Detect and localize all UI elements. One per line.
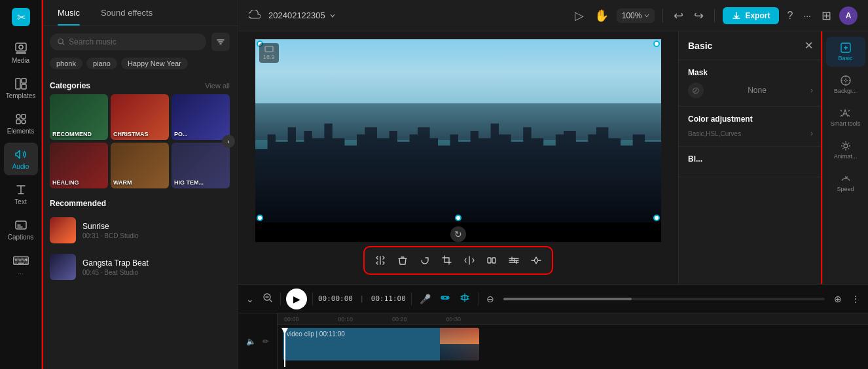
svg-rect-6: [22, 79, 26, 83]
crop-button[interactable]: [437, 251, 458, 270]
video-container: 16:9 ⊡ ⊟ ⟳ ⊞ ···: [255, 39, 661, 242]
sidebar-item-text[interactable]: Text: [4, 178, 38, 211]
tag-piano[interactable]: piano: [86, 58, 117, 69]
delete-button[interactable]: [392, 251, 413, 270]
sidebar-more-label: ···: [18, 270, 23, 277]
svg-rect-15: [488, 258, 491, 263]
color-adjustment-desc: Basic,HSL,Curves: [688, 130, 741, 137]
right-icon-basic[interactable]: Basic: [826, 37, 865, 67]
time-marker-3: 00:30: [446, 316, 461, 323]
track-volume-button[interactable]: 🔈: [245, 336, 257, 347]
blend-title: Bl...: [688, 154, 813, 164]
export-button[interactable]: Export: [723, 7, 779, 24]
avatar[interactable]: A: [839, 7, 858, 25]
track-edit-button[interactable]: ✏: [261, 336, 270, 347]
category-healing[interactable]: HEALING: [50, 143, 108, 188]
zoom-control[interactable]: 100%: [617, 9, 655, 23]
category-pop[interactable]: PO...: [172, 94, 230, 140]
sidebar-item-captions[interactable]: Captions: [4, 213, 38, 246]
video-frame: [255, 39, 661, 222]
zoom-slider[interactable]: [503, 298, 825, 300]
redo-button[interactable]: ↪: [691, 6, 706, 26]
smart-clip-button[interactable]: [437, 290, 453, 308]
crop-handle-bottom-right[interactable]: [653, 215, 660, 221]
sidebar-item-media[interactable]: Media: [4, 37, 38, 69]
rotate-button[interactable]: [414, 251, 435, 270]
timeline-zoom-out-button[interactable]: [261, 290, 275, 307]
category-hightemp[interactable]: HIG TEM...: [172, 143, 230, 188]
svg-point-11: [22, 120, 26, 124]
rotate-reset-button[interactable]: ↻: [450, 226, 466, 242]
sidebar-elements-label: Elements: [7, 128, 35, 135]
track-item-gangsta[interactable]: Gangsta Trap Beat 00:45 · Beat Studio: [42, 249, 238, 285]
crop-handle-bottom-center[interactable]: [455, 215, 461, 221]
recommended-title: Recommended: [50, 199, 106, 208]
playhead[interactable]: [284, 328, 285, 367]
category-warm[interactable]: WARM: [111, 143, 169, 188]
tab-music[interactable]: Music: [47, 0, 90, 26]
sidebar-item-elements[interactable]: Elements: [4, 107, 38, 140]
track-item-sunrise[interactable]: Sunrise 00:31 · BCD Studio: [42, 212, 238, 249]
category-recommend[interactable]: RECOMMEND: [50, 94, 108, 140]
app-logo[interactable]: ✂: [9, 5, 33, 29]
play-button[interactable]: ▶: [286, 289, 307, 309]
video-track[interactable]: video clip | 00:11:00: [283, 328, 479, 360]
tag-phonk[interactable]: phonk: [50, 58, 82, 69]
split-button[interactable]: [370, 251, 391, 270]
tag-happynewyear[interactable]: Happy New Year: [121, 58, 188, 69]
mirror-button[interactable]: [481, 251, 502, 270]
blend-section[interactable]: Bl...: [679, 147, 822, 177]
keyframe-button[interactable]: [526, 251, 547, 270]
timeline-zoom-plus[interactable]: ⊕: [831, 291, 844, 307]
sidebar-item-audio[interactable]: Audio: [4, 143, 38, 175]
timeline-zoom-minus[interactable]: ⊖: [484, 291, 497, 307]
svg-rect-14: [265, 46, 273, 52]
right-icon-smart-tools[interactable]: Smart tools: [826, 102, 865, 132]
sidebar-item-more[interactable]: ⌨ ···: [4, 249, 38, 283]
category-christmas-label: CHRISTMAS: [113, 131, 149, 137]
color-arrow-icon: ›: [810, 129, 813, 138]
content-area: 16:9 ⊡ ⊟ ⟳ ⊞ ···: [238, 31, 868, 284]
track-thumb-sunrise: [50, 217, 76, 243]
right-icon-speed[interactable]: Speed: [826, 167, 865, 198]
category-healing-label: HEALING: [52, 179, 79, 186]
crop-handle-top-right[interactable]: [653, 41, 660, 47]
hand-tool[interactable]: ✋: [592, 6, 611, 26]
right-icon-background[interactable]: Backgr...: [826, 69, 865, 99]
timeline-add-button[interactable]: ⌄: [244, 291, 257, 307]
cursor-tool[interactable]: ▷: [572, 6, 587, 26]
timeline-tracks: 00:00 00:10 00:20 00:30 video clip | 00:…: [278, 313, 868, 369]
delete-icon: [397, 255, 408, 266]
filter-icon: [216, 37, 225, 46]
category-hightemp-label: HIG TEM...: [174, 179, 204, 186]
filter-button[interactable]: [211, 33, 230, 51]
color-adjustment-section[interactable]: Color adjustment Basic,HSL,Curves ›: [679, 107, 822, 147]
layout-button[interactable]: ⊞: [819, 6, 834, 26]
right-panel-close-button[interactable]: ✕: [805, 39, 813, 52]
category-warm-label: WARM: [113, 179, 132, 186]
flip-button[interactable]: [459, 251, 480, 270]
right-icon-basic-label: Basic: [838, 55, 852, 62]
view-all-button[interactable]: View all: [205, 82, 230, 90]
right-icon-animate[interactable]: Animat...: [826, 135, 865, 165]
mask-row[interactable]: ⊘ None ›: [688, 82, 813, 98]
more-options-button[interactable]: ···: [801, 8, 814, 24]
crop-handle-bottom-left[interactable]: [257, 215, 263, 221]
project-name[interactable]: 202402122305: [268, 10, 336, 20]
sidebar-item-templates[interactable]: Templates: [4, 72, 38, 105]
search-input[interactable]: [69, 37, 198, 46]
categories-next-button[interactable]: ›: [222, 135, 235, 148]
search-input-wrap[interactable]: [50, 33, 206, 50]
mic-button[interactable]: 🎤: [417, 291, 433, 307]
timeline-more[interactable]: ⋮: [848, 291, 863, 307]
track-name-sunrise: Sunrise: [82, 222, 230, 231]
adjust-button[interactable]: [503, 251, 524, 270]
total-time: 00:11:00: [371, 294, 406, 303]
align-button[interactable]: [457, 290, 473, 308]
undo-button[interactable]: ↩: [671, 6, 686, 26]
help-button[interactable]: ?: [784, 7, 795, 24]
category-christmas[interactable]: CHRISTMAS: [111, 94, 169, 140]
tab-sound-effects[interactable]: Sound effects: [90, 0, 163, 26]
timeline-left-controls: 🔈 ✏: [238, 313, 278, 369]
sidebar-templates-label: Templates: [6, 92, 36, 99]
